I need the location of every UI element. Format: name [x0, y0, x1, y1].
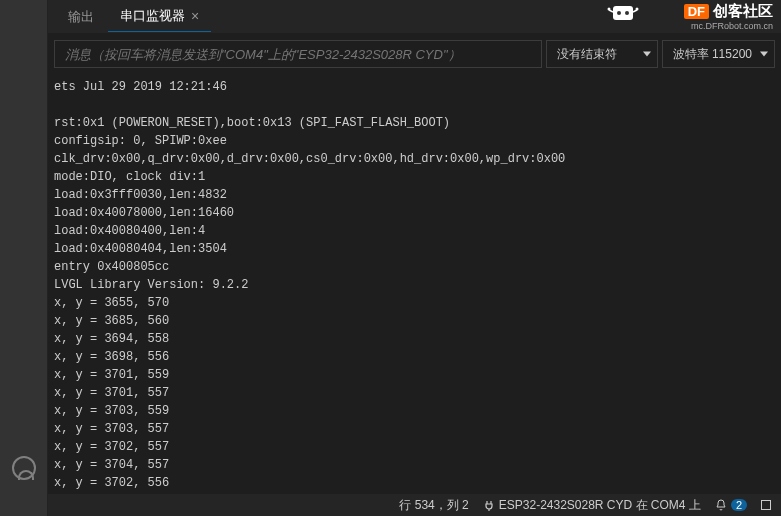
logo-df-badge: DF	[684, 4, 709, 19]
logo-title: 创客社区	[713, 2, 773, 21]
svg-point-5	[608, 8, 611, 11]
status-text: ESP32-2432S028R CYD 在 COM4 上	[499, 497, 701, 514]
watermark-logo: DF 创客社区 mc.DFRobot.com.cn	[684, 2, 773, 31]
serial-output[interactable]: ets Jul 29 2019 12:21:46 rst:0x1 (POWERO…	[48, 74, 781, 492]
notifications-button[interactable]: 2	[715, 499, 747, 511]
dropdown-label: 波特率 115200	[673, 46, 752, 63]
svg-point-2	[625, 11, 629, 15]
message-input[interactable]	[54, 40, 542, 68]
svg-point-6	[636, 8, 639, 11]
plug-icon	[483, 499, 495, 511]
board-status[interactable]: ESP32-2432S028R CYD 在 COM4 上	[483, 497, 701, 514]
tab-label: 输出	[68, 8, 94, 26]
svg-rect-0	[613, 6, 633, 20]
chevron-down-icon	[760, 52, 768, 57]
serial-controls: 没有结束符 波特率 115200	[48, 34, 781, 74]
tab-label: 串口监视器	[120, 7, 185, 25]
line-ending-select[interactable]: 没有结束符	[546, 40, 658, 68]
robot-icon	[605, 0, 641, 28]
panel-container: 输出 串口监视器 × DF 创客社区 mc.DFRobot.com.cn 没有结…	[48, 0, 781, 492]
layout-icon	[761, 500, 771, 510]
panel-tabs: 输出 串口监视器 × DF 创客社区 mc.DFRobot.com.cn	[48, 0, 781, 34]
dropdown-label: 没有结束符	[557, 46, 617, 63]
tab-serial-monitor[interactable]: 串口监视器 ×	[108, 1, 211, 32]
status-text: 行 534，列 2	[399, 497, 468, 514]
bell-icon	[715, 499, 727, 511]
baud-rate-select[interactable]: 波特率 115200	[662, 40, 775, 68]
tab-output[interactable]: 输出	[56, 2, 106, 32]
notif-count: 2	[731, 499, 747, 511]
account-icon[interactable]	[12, 456, 36, 480]
status-bar: 行 534，列 2 ESP32-2432S028R CYD 在 COM4 上 2	[48, 494, 781, 516]
activity-bar	[0, 0, 48, 516]
cursor-position[interactable]: 行 534，列 2	[399, 497, 468, 514]
close-icon[interactable]: ×	[191, 8, 199, 24]
logo-subtitle: mc.DFRobot.com.cn	[691, 21, 773, 31]
layout-button[interactable]	[761, 500, 771, 510]
svg-point-1	[617, 11, 621, 15]
chevron-down-icon	[643, 52, 651, 57]
